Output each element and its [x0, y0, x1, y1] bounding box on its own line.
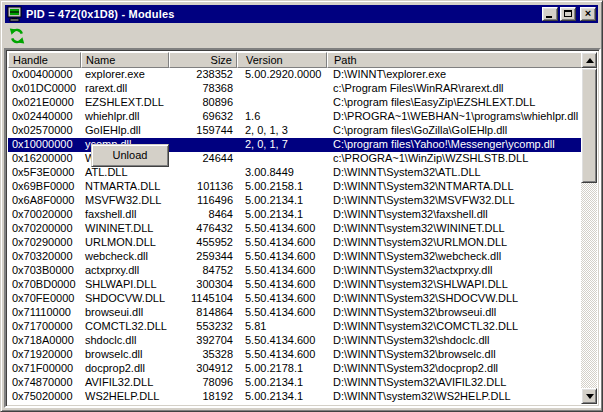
cell-name: NTMARTA.DLL [81, 180, 169, 194]
table-row[interactable]: 0x70FE0000 SHDOCVW.DLL 1145104 5.50.4134… [8, 292, 585, 306]
cell-name: shdoclc.dll [81, 334, 169, 348]
cell-size: 69632 [169, 110, 237, 124]
table-row[interactable]: 0x718A0000 shdoclc.dll 392704 5.50.4134.… [8, 334, 585, 348]
cell-handle: 0x16200000 [8, 152, 81, 166]
table-row[interactable]: 0x71F00000 docprop2.dll 304912 5.00.2178… [8, 362, 585, 376]
cell-handle: 0x01DC0000 [8, 82, 81, 96]
cell-version: 1.6 [237, 110, 327, 124]
cell-name: browseui.dll [81, 306, 169, 320]
minimize-button[interactable] [542, 7, 558, 21]
title-bar[interactable]: PID = 472(0x1D8) - Modules × [5, 5, 598, 23]
column-header-path[interactable]: Path [327, 52, 585, 68]
cell-path: D:\WINNT\system32\SHLWAPI.DLL [327, 278, 585, 292]
table-row[interactable]: 0x5F3E0000 ATL.DLL 3.00.8449 D:\WINNT\Sy… [8, 166, 585, 180]
cell-size: 35328 [169, 348, 237, 362]
cell-name: rarext.dll [81, 82, 169, 96]
cell-version: 2, 0, 1, 7 [237, 138, 327, 152]
cell-name: AVIFIL32.DLL [81, 376, 169, 390]
cell-handle: 0x6A8F0000 [8, 194, 81, 208]
column-header-name[interactable]: Name [81, 52, 169, 68]
cell-name: whiehlpr.dll [81, 110, 169, 124]
maximize-button[interactable] [560, 7, 576, 21]
cell-name: EZSHLEXT.DLL [81, 96, 169, 110]
window-title: PID = 472(0x1D8) - Modules [26, 8, 540, 20]
cell-handle: 0x10000000 [8, 138, 81, 152]
minimize-icon [546, 16, 552, 18]
cell-path: D:\WINNT\System32\browselc.dll [327, 348, 585, 362]
cell-name: webcheck.dll [81, 250, 169, 264]
cell-name: explorer.exe [81, 68, 169, 82]
table-row[interactable]: 0x69BF0000 NTMARTA.DLL 101136 5.00.2158.… [8, 180, 585, 194]
cell-size: 814864 [169, 306, 237, 320]
table-row[interactable]: 0x01DC0000 rarext.dll 78368 c:\Program F… [8, 82, 585, 96]
table-row[interactable]: 0x02440000 whiehlpr.dll 69632 1.6 D:\PRO… [8, 110, 585, 124]
cell-name: faxshell.dll [81, 208, 169, 222]
table-row[interactable]: 0x02570000 GoIEHlp.dll 159744 2, 0, 1, 3… [8, 124, 585, 138]
cell-size: 259344 [169, 250, 237, 264]
cell-size: 238352 [169, 68, 237, 82]
cell-path: D:\WINNT\system32\WS2HELP.DLL [327, 390, 585, 404]
process-window-icon [7, 6, 23, 22]
cell-size: 1145104 [169, 292, 237, 306]
refresh-button[interactable] [7, 26, 27, 46]
cell-handle: 0x021E0000 [8, 96, 81, 110]
cell-version: 2, 0, 1, 3 [237, 124, 327, 138]
table-row[interactable]: 0x70290000 URLMON.DLL 455952 5.50.4134.6… [8, 236, 585, 250]
cell-handle: 0x70200000 [8, 222, 81, 236]
cell-size: 80896 [169, 96, 237, 110]
cell-handle: 0x71F00000 [8, 362, 81, 376]
table-row[interactable]: 0x6A8F0000 MSVFW32.DLL 116496 5.00.2134.… [8, 194, 585, 208]
cell-path: C:\program files\Yahoo!\Messenger\ycomp.… [327, 138, 585, 152]
cell-version: 5.50.4134.600 [237, 292, 327, 306]
cell-handle: 0x74870000 [8, 376, 81, 390]
scroll-up-button[interactable] [581, 52, 597, 68]
table-row[interactable]: 0x703B0000 actxprxy.dll 84752 5.50.4134.… [8, 264, 585, 278]
cell-size: 553232 [169, 320, 237, 334]
table-row[interactable]: 0x70320000 webcheck.dll 259344 5.50.4134… [8, 250, 585, 264]
scrollbar-thumb[interactable] [581, 68, 597, 183]
cell-name: SHLWAPI.DLL [81, 278, 169, 292]
cell-size: 304912 [169, 362, 237, 376]
cell-handle: 0x02570000 [8, 124, 81, 138]
table-row[interactable]: 0x71920000 browselc.dll 35328 5.50.4134.… [8, 348, 585, 362]
table-row[interactable]: 0x74870000 AVIFIL32.DLL 78096 5.00.2134.… [8, 376, 585, 390]
close-icon: × [581, 7, 595, 19]
scroll-down-button[interactable] [581, 388, 597, 404]
vertical-scrollbar[interactable] [581, 52, 597, 404]
cell-version: 5.81 [237, 320, 327, 334]
cell-path: D:\WINNT\System32\docprop2.dll [327, 362, 585, 376]
cell-handle: 0x69BF0000 [8, 180, 81, 194]
cell-handle: 0x70BD0000 [8, 278, 81, 292]
table-row[interactable]: 0x00400000 explorer.exe 238352 5.00.2920… [8, 68, 585, 82]
cell-version: 5.00.2158.1 [237, 180, 327, 194]
cell-name: docprop2.dll [81, 362, 169, 376]
cell-name: WININET.DLL [81, 222, 169, 236]
cell-version: 5.50.4134.600 [237, 250, 327, 264]
modules-list: Handle Name Size Version Path 0x00400000… [4, 48, 601, 408]
cell-path: D:\WINNT\System32\actxprxy.dll [327, 264, 585, 278]
cell-size: 8464 [169, 208, 237, 222]
table-row[interactable]: 0x70BD0000 SHLWAPI.DLL 300304 5.50.4134.… [8, 278, 585, 292]
cell-version: 5.50.4134.600 [237, 236, 327, 250]
cell-handle: 0x5F3E0000 [8, 166, 81, 180]
cell-name: GoIEHlp.dll [81, 124, 169, 138]
cell-version: 5.00.2920.0000 [237, 68, 327, 82]
table-row[interactable]: 0x70200000 WININET.DLL 476432 5.50.4134.… [8, 222, 585, 236]
column-header-version[interactable]: Version [237, 52, 327, 68]
menu-item-unload[interactable]: Unload [95, 148, 165, 163]
table-row[interactable]: 0x71700000 COMCTL32.DLL 553232 5.81 D:\W… [8, 320, 585, 334]
column-header-handle[interactable]: Handle [8, 52, 81, 68]
table-row[interactable]: 0x75020000 WS2HELP.DLL 18192 5.00.2134.1… [8, 390, 585, 404]
cell-path: D:\WINNT\system32\WININET.DLL [327, 222, 585, 236]
table-row[interactable]: 0x021E0000 EZSHLEXT.DLL 80896 C:\program… [8, 96, 585, 110]
cell-path: D:\PROGRA~1\WEBHAN~1\programs\whiehlpr.d… [327, 110, 585, 124]
cell-handle: 0x70020000 [8, 208, 81, 222]
table-row[interactable]: 0x71110000 browseui.dll 814864 5.50.4134… [8, 306, 585, 320]
column-header-size[interactable]: Size [169, 52, 237, 68]
cell-path: D:\WINNT\System32\AVIFIL32.DLL [327, 376, 585, 390]
cell-path: C:\program files\EasyZip\EZSHLEXT.DLL [327, 96, 585, 110]
close-button[interactable]: × [580, 7, 596, 21]
cell-size [169, 166, 237, 180]
cell-name: ATL.DLL [81, 166, 169, 180]
table-row[interactable]: 0x70020000 faxshell.dll 8464 5.00.2134.1… [8, 208, 585, 222]
